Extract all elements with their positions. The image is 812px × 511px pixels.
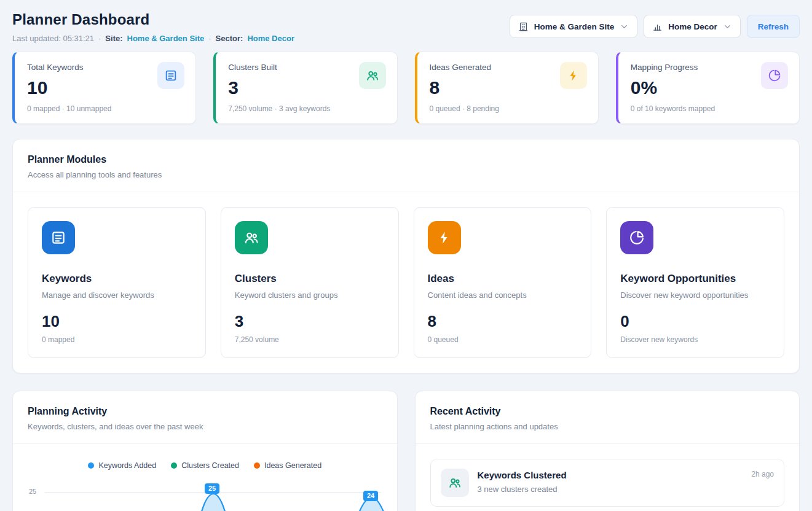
module-description: Content ideas and concepts <box>428 291 578 300</box>
module-card-keywords[interactable]: Keywords Manage and discover keywords 10… <box>28 207 206 358</box>
pie-chart-icon <box>629 230 645 246</box>
site-label: Site: <box>105 34 122 43</box>
legend-dot <box>254 462 260 469</box>
stat-card-total-keywords: Total Keywords 10 0 mapped · 10 unmapped <box>12 52 196 124</box>
module-icon-chip <box>42 221 75 254</box>
site-link[interactable]: Home & Garden Site <box>127 34 205 43</box>
module-card-ideas[interactable]: Ideas Content ideas and concepts 8 0 que… <box>414 207 592 358</box>
module-value: 3 <box>235 312 385 331</box>
users-icon <box>366 69 379 82</box>
planning-activity-body: Keywords Added Clusters Created Ideas Ge… <box>13 444 397 511</box>
stat-icon-chip <box>359 62 386 89</box>
module-title: Keyword Opportunities <box>620 273 770 285</box>
module-icon-chip <box>235 221 268 254</box>
stat-detail: 0 of 10 keywords mapped <box>631 104 787 113</box>
stat-icon-chip <box>761 62 788 89</box>
recent-activity-list: Keywords Clustered 3 new clusters create… <box>416 444 800 511</box>
module-value: 8 <box>428 312 578 331</box>
planning-activity-panel: Planning Activity Keywords, clusters, an… <box>12 391 398 511</box>
recent-activity-header: Recent Activity Latest planning actions … <box>416 391 800 443</box>
pie-chart-icon <box>768 69 781 82</box>
document-icon <box>50 230 66 246</box>
legend-dot <box>88 462 94 469</box>
stat-icon-chip <box>560 62 587 89</box>
modules-subtitle: Access all planning tools and features <box>28 170 784 179</box>
module-detail: Discover new keywords <box>620 335 770 344</box>
module-card-keyword-opportunities[interactable]: Keyword Opportunities Discover new keywo… <box>606 207 784 358</box>
users-icon <box>448 476 462 490</box>
planner-modules-panel: Planner Modules Access all planning tool… <box>12 139 800 373</box>
module-icon-chip <box>620 221 653 254</box>
stat-icon-chip <box>157 62 184 89</box>
module-description: Keyword clusters and groups <box>235 291 385 300</box>
dot-separator: · <box>98 34 101 43</box>
recent-activity-subtitle: Latest planning actions and updates <box>430 422 785 431</box>
stat-card-mapping-progress: Mapping Progress 0% 0 of 10 keywords map… <box>616 52 800 124</box>
stat-detail: 0 mapped · 10 unmapped <box>27 104 183 113</box>
header-left: Planner Dashboard Last updated: 05:31:21… <box>12 11 294 43</box>
site-selector-value: Home & Garden Site <box>534 22 615 31</box>
legend-item-keywords-added: Keywords Added <box>88 461 156 470</box>
sector-selector-value: Home Decor <box>668 22 717 31</box>
stat-card-ideas-generated: Ideas Generated 8 0 queued · 8 pending <box>415 52 599 124</box>
building-icon <box>518 21 529 32</box>
y-axis-tick: 25 <box>29 488 36 495</box>
module-value: 10 <box>42 312 192 331</box>
dot-separator: · <box>208 34 211 43</box>
page-meta: Last updated: 05:31:21 · Site: Home & Ga… <box>12 34 294 43</box>
recent-activity-title: Recent Activity <box>430 406 785 417</box>
module-icon-chip <box>428 221 461 254</box>
activity-item-timestamp: 2h ago <box>751 470 774 497</box>
module-value: 0 <box>620 312 770 331</box>
legend-dot <box>171 462 177 469</box>
sector-selector[interactable]: Home Decor <box>644 15 741 38</box>
activity-icon-chip <box>441 469 469 497</box>
planning-activity-chart: 25 25 24 <box>28 478 382 511</box>
activity-item-main: Keywords Clustered 3 new clusters create… <box>478 469 743 497</box>
bolt-icon <box>437 230 452 245</box>
last-updated-text: Last updated: 05:31:21 <box>12 34 94 43</box>
sector-label: Sector: <box>216 34 243 43</box>
point-label: 25 <box>205 483 219 494</box>
stat-card-clusters-built: Clusters Built 3 7,250 volume · 3 avg ke… <box>213 52 397 124</box>
recent-activity-panel: Recent Activity Latest planning actions … <box>415 391 800 511</box>
module-detail: 0 mapped <box>42 335 192 344</box>
modules-header: Planner Modules Access all planning tool… <box>13 139 799 192</box>
planning-activity-header: Planning Activity Keywords, clusters, an… <box>13 391 397 443</box>
site-selector[interactable]: Home & Garden Site <box>510 15 638 38</box>
legend-label: Keywords Added <box>98 461 156 470</box>
chart-legend: Keywords Added Clusters Created Ideas Ge… <box>28 461 382 470</box>
page-header: Planner Dashboard Last updated: 05:31:21… <box>12 11 800 43</box>
chevron-down-icon <box>620 22 629 31</box>
refresh-button[interactable]: Refresh <box>747 15 800 38</box>
modules-title: Planner Modules <box>28 154 784 165</box>
page-title: Planner Dashboard <box>12 11 294 28</box>
module-detail: 0 queued <box>428 335 578 344</box>
bottom-row: Planning Activity Keywords, clusters, an… <box>12 391 800 511</box>
planning-activity-title: Planning Activity <box>28 406 382 417</box>
users-icon <box>243 230 259 246</box>
stat-detail: 0 queued · 8 pending <box>430 104 586 113</box>
header-controls: Home & Garden Site Home Decor Refresh <box>510 15 800 38</box>
legend-label: Clusters Created <box>181 461 239 470</box>
activity-list-item: Keywords Clustered 3 new clusters create… <box>430 459 785 507</box>
activity-item-description: 3 new clusters created <box>478 485 743 494</box>
module-card-clusters[interactable]: Clusters Keyword clusters and groups 3 7… <box>221 207 399 358</box>
stat-detail: 7,250 volume · 3 avg keywords <box>228 104 384 113</box>
module-description: Discover new keyword opportunities <box>620 291 770 300</box>
modules-grid: Keywords Manage and discover keywords 10… <box>13 192 799 373</box>
planner-dashboard-page: Planner Dashboard Last updated: 05:31:21… <box>0 0 812 511</box>
document-icon <box>164 69 178 82</box>
module-title: Ideas <box>428 273 578 285</box>
chevron-down-icon <box>723 22 732 31</box>
bolt-icon <box>567 69 580 82</box>
sector-link[interactable]: Home Decor <box>247 34 294 43</box>
planning-activity-subtitle: Keywords, clusters, and ideas over the p… <box>28 422 382 431</box>
module-detail: 7,250 volume <box>235 335 385 344</box>
stats-row: Total Keywords 10 0 mapped · 10 unmapped… <box>12 52 800 124</box>
module-description: Manage and discover keywords <box>42 291 192 300</box>
activity-item-title: Keywords Clustered <box>478 470 743 480</box>
legend-item-ideas-generated: Ideas Generated <box>254 461 321 470</box>
legend-item-clusters-created: Clusters Created <box>171 461 239 470</box>
module-title: Clusters <box>235 273 385 285</box>
